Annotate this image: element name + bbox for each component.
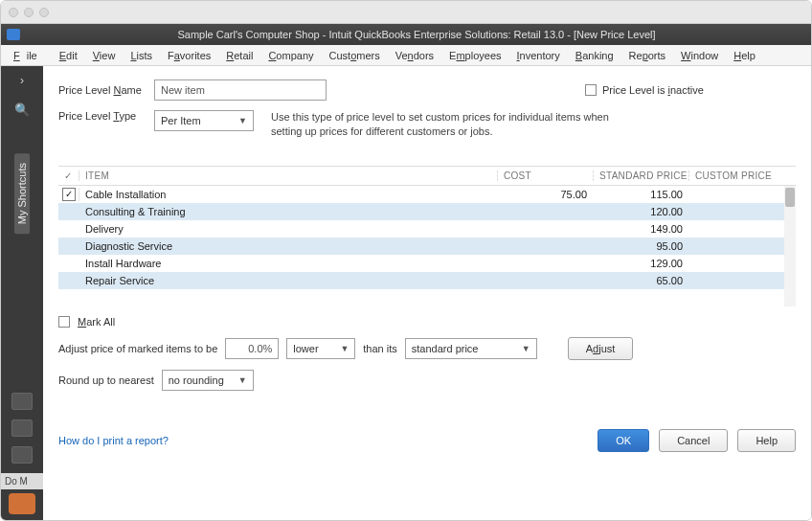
price-level-name-label: Price Level Name: [58, 84, 154, 96]
price-level-type-value: Per Item: [161, 115, 201, 126]
traffic-light-minimize[interactable]: [24, 8, 34, 17]
adjust-basis-combo[interactable]: standard price ▼: [405, 338, 537, 359]
col-standard-price[interactable]: STANDARD PRICE: [593, 170, 688, 181]
table-row[interactable]: [58, 289, 796, 306]
help-button[interactable]: Help: [737, 429, 796, 452]
sidebar-shortcuts-label[interactable]: My Shortcuts: [14, 153, 30, 234]
sidebar-tool-icon[interactable]: [11, 393, 33, 410]
table-row[interactable]: ✓Cable Installation75.00115.00: [58, 186, 796, 203]
col-cost[interactable]: COST: [497, 170, 593, 181]
round-value: no rounding: [169, 374, 224, 386]
main-content: Price Level Name Price Level is inactive…: [43, 66, 811, 520]
table-row[interactable]: Repair Service65.00: [58, 272, 796, 289]
price-level-name-input[interactable]: [154, 79, 327, 101]
menu-lists[interactable]: Lists: [124, 47, 159, 64]
mark-all-checkbox[interactable]: [58, 316, 70, 328]
sidebar-search-icon[interactable]: 🔍: [14, 95, 30, 125]
row-item: Consulting & Training: [79, 206, 497, 217]
sidebar-tool-icon[interactable]: [11, 419, 33, 437]
sidebar: › 🔍 My Shortcuts Do M: [1, 66, 43, 520]
adjust-label: Adjust price of marked items to be: [58, 343, 217, 354]
sidebar-tool-icon[interactable]: [11, 446, 33, 464]
app-title: Sample Carl's Computer Shop - Intuit Qui…: [28, 29, 805, 40]
menu-retail[interactable]: Retail: [219, 47, 259, 64]
menubar: File Edit View Lists Favorites Retail Co…: [1, 45, 811, 66]
round-combo[interactable]: no rounding ▼: [162, 370, 254, 391]
chevron-down-icon: ▼: [229, 116, 247, 125]
app-logo-icon: [7, 29, 20, 40]
col-item[interactable]: ITEM: [79, 170, 497, 181]
adjust-basis-value: standard price: [412, 343, 479, 354]
col-custom-price[interactable]: CUSTOM PRICE: [688, 170, 784, 181]
row-standard-price: 120.00: [593, 206, 688, 217]
menu-favorites[interactable]: Favorites: [161, 47, 217, 64]
menu-file[interactable]: File: [7, 47, 51, 64]
menu-help[interactable]: Help: [727, 47, 762, 64]
row-cost: 75.00: [497, 189, 593, 200]
row-item: Diagnostic Service: [79, 240, 497, 252]
chevron-down-icon: ▼: [229, 375, 247, 385]
row-item: Repair Service: [79, 275, 497, 286]
menu-banking[interactable]: Banking: [569, 47, 620, 64]
sidebar-do-more-label[interactable]: Do M: [1, 473, 43, 489]
row-item: Install Hardware: [79, 258, 497, 269]
cancel-button[interactable]: Cancel: [659, 429, 728, 452]
inactive-checkbox[interactable]: [585, 84, 597, 96]
price-level-type-label: Price Level Type: [58, 110, 154, 122]
help-link[interactable]: How do I print a report?: [58, 435, 169, 446]
sidebar-expand-icon[interactable]: ›: [20, 66, 24, 95]
adjust-direction-combo[interactable]: lower ▼: [286, 338, 355, 359]
ok-button[interactable]: OK: [598, 429, 649, 452]
row-item: Delivery: [79, 223, 497, 235]
row-standard-price: 115.00: [593, 189, 688, 200]
row-checkbox[interactable]: ✓: [58, 188, 79, 201]
table-row[interactable]: Consulting & Training120.00: [58, 203, 796, 220]
inactive-label: Price Level is inactive: [602, 84, 704, 96]
table-row[interactable]: Diagnostic Service95.00: [58, 238, 796, 255]
scrollbar-thumb[interactable]: [785, 188, 795, 207]
table-body: ✓Cable Installation75.00115.00Consulting…: [58, 186, 796, 306]
price-level-type-combo[interactable]: Per Item ▼: [154, 110, 254, 131]
traffic-light-zoom[interactable]: [39, 8, 49, 17]
menu-inventory[interactable]: Inventory: [510, 47, 567, 64]
than-its-label: than its: [363, 343, 396, 354]
items-table: ✓ ITEM COST STANDARD PRICE CUSTOM PRICE …: [58, 166, 796, 306]
menu-customers[interactable]: Customers: [323, 47, 387, 64]
menu-company[interactable]: Company: [261, 47, 320, 64]
chevron-down-icon: ▼: [330, 344, 349, 353]
row-standard-price: 65.00: [593, 275, 688, 286]
row-item: Cable Installation: [79, 189, 497, 200]
menu-view[interactable]: View: [86, 47, 123, 64]
app-titlebar: Sample Carl's Computer Shop - Intuit Qui…: [1, 24, 811, 45]
col-check: ✓: [58, 170, 79, 181]
traffic-light-close[interactable]: [9, 8, 18, 17]
menu-edit[interactable]: Edit: [53, 47, 84, 64]
table-scrollbar[interactable]: [784, 186, 796, 306]
adjust-direction-value: lower: [293, 343, 318, 354]
table-row[interactable]: Delivery149.00: [58, 220, 796, 238]
menu-vendors[interactable]: Vendors: [389, 47, 440, 64]
table-row[interactable]: Install Hardware129.00: [58, 255, 796, 272]
table-header: ✓ ITEM COST STANDARD PRICE CUSTOM PRICE: [58, 167, 796, 186]
adjust-percent-input[interactable]: [225, 338, 279, 359]
row-standard-price: 149.00: [593, 223, 688, 235]
sidebar-app-icon[interactable]: [9, 493, 35, 514]
adjust-button[interactable]: Adjust: [568, 337, 634, 360]
row-standard-price: 129.00: [593, 258, 688, 269]
chevron-down-icon: ▼: [512, 344, 530, 353]
row-standard-price: 95.00: [593, 240, 688, 252]
menu-window[interactable]: Window: [674, 47, 725, 64]
type-help-text: Use this type of price level to set cust…: [271, 110, 635, 139]
mac-titlebar: [1, 1, 811, 24]
menu-reports[interactable]: Reports: [622, 47, 673, 64]
round-label: Round up to nearest: [58, 374, 154, 386]
menu-employees[interactable]: Employees: [442, 47, 508, 64]
mark-all-label: Mark All: [78, 316, 115, 328]
